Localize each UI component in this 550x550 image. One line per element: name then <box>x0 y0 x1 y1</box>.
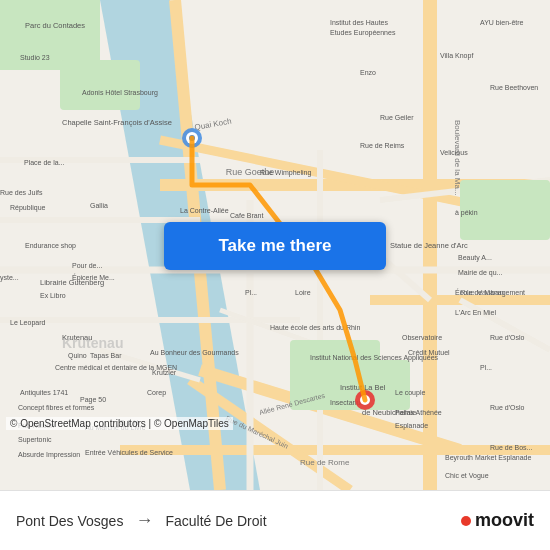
map-container: Rue Goethe Quai Koch Boulevard de la Ma.… <box>0 0 550 490</box>
svg-text:Place de la...: Place de la... <box>24 159 65 166</box>
map-attribution: © OpenStreetMap contributors | © OpenMap… <box>6 417 233 430</box>
svg-text:Boulevard de la Ma...: Boulevard de la Ma... <box>453 120 462 196</box>
svg-text:Page 50: Page 50 <box>80 396 106 404</box>
svg-text:Institut des Hautes: Institut des Hautes <box>330 19 388 26</box>
svg-text:Etudes Européennes: Etudes Européennes <box>330 29 396 37</box>
svg-text:Entrée Véhicules de Service: Entrée Véhicules de Service <box>85 449 173 456</box>
svg-text:Enzo: Enzo <box>360 69 376 76</box>
svg-text:L'Arc En Miel: L'Arc En Miel <box>455 309 496 316</box>
svg-text:Studio 23: Studio 23 <box>20 54 50 61</box>
svg-text:Beyrouth Market Esplanade: Beyrouth Market Esplanade <box>445 454 531 462</box>
svg-text:Rue de Rome: Rue de Rome <box>300 458 350 467</box>
departure-label: Pont Des Vosges <box>16 513 123 529</box>
svg-rect-21 <box>0 0 100 70</box>
svg-text:Corep: Corep <box>147 389 166 397</box>
svg-text:Concept fibres et formes: Concept fibres et formes <box>18 404 95 412</box>
svg-text:Loire: Loire <box>295 289 311 296</box>
svg-text:Crédit Mutuel: Crédit Mutuel <box>408 349 450 356</box>
svg-text:République: République <box>10 204 46 212</box>
svg-text:AYU bien-être: AYU bien-être <box>480 19 524 26</box>
svg-text:Pour de...: Pour de... <box>72 262 102 269</box>
svg-rect-22 <box>60 60 140 110</box>
svg-text:Adonis Hôtel Strasbourg: Adonis Hôtel Strasbourg <box>82 89 158 97</box>
svg-text:Rue Beethoven: Rue Beethoven <box>490 84 538 91</box>
svg-text:Endurance shop: Endurance shop <box>25 242 76 250</box>
svg-text:Pallas Athénée: Pallas Athénée <box>395 409 442 416</box>
svg-text:Ex Libro: Ex Libro <box>40 292 66 299</box>
svg-text:Velicious: Velicious <box>440 149 468 156</box>
svg-text:Mairie de qu...: Mairie de qu... <box>458 269 502 277</box>
svg-text:Pl...: Pl... <box>245 289 257 296</box>
svg-text:Krutzler: Krutzler <box>152 369 177 376</box>
svg-text:Rue d'Oslo: Rue d'Oslo <box>490 404 525 411</box>
destination-label: Faculté De Droit <box>165 513 266 529</box>
moovit-logo: moovit <box>461 510 534 531</box>
svg-text:Observatoire: Observatoire <box>402 334 442 341</box>
svg-text:Villa Knopf: Villa Knopf <box>440 52 473 60</box>
svg-text:Au Bonheur des Gourmands: Au Bonheur des Gourmands <box>150 349 239 356</box>
svg-text:Rue d'Oslo: Rue d'Oslo <box>490 334 525 341</box>
svg-text:Quino: Quino <box>68 352 87 360</box>
take-me-there-button[interactable]: Take me there <box>164 222 386 270</box>
svg-text:Krutenau: Krutenau <box>62 335 123 351</box>
svg-text:Rue des Juifs: Rue des Juifs <box>0 189 43 196</box>
svg-text:Cafe Brant: Cafe Brant <box>230 212 264 219</box>
svg-text:Beauty A...: Beauty A... <box>458 254 492 262</box>
svg-text:Pl...: Pl... <box>480 364 492 371</box>
svg-text:La Contre-Allée: La Contre-Allée <box>180 207 229 214</box>
svg-text:Rue Wimpheling: Rue Wimpheling <box>260 169 311 177</box>
svg-text:Le couple: Le couple <box>395 389 425 397</box>
svg-text:Absurde Impression: Absurde Impression <box>18 451 80 459</box>
svg-text:Esplanade: Esplanade <box>395 422 428 430</box>
svg-text:yste...: yste... <box>0 274 19 282</box>
svg-text:Antiquites 1741: Antiquites 1741 <box>20 389 68 397</box>
svg-text:Gallia: Gallia <box>90 202 108 209</box>
svg-text:Épicerie Me...: Épicerie Me... <box>72 273 115 282</box>
svg-text:Tapas Bar: Tapas Bar <box>90 352 122 360</box>
svg-text:à pékin: à pékin <box>455 209 478 217</box>
svg-text:Chapelle Saint-François d'Assi: Chapelle Saint-François d'Assise <box>62 118 172 127</box>
svg-text:École de Management: École de Management <box>455 288 525 297</box>
footer: Pont Des Vosges → Faculté De Droit moovi… <box>0 490 550 550</box>
svg-text:Rue de Bos...: Rue de Bos... <box>490 444 532 451</box>
arrow-icon: → <box>135 510 153 531</box>
svg-text:Rue Geiler: Rue Geiler <box>380 114 414 121</box>
moovit-dot-icon <box>461 516 471 526</box>
svg-text:Parc du Contades: Parc du Contades <box>25 21 85 30</box>
svg-text:Statue de Jeanne d'Arc: Statue de Jeanne d'Arc <box>390 241 468 250</box>
svg-text:Chic et Vogue: Chic et Vogue <box>445 472 489 480</box>
moovit-brand: moovit <box>475 510 534 531</box>
svg-text:Rue de Reims: Rue de Reims <box>360 142 405 149</box>
svg-text:Supertonic: Supertonic <box>18 436 52 444</box>
svg-text:Le Leopard: Le Leopard <box>10 319 46 327</box>
